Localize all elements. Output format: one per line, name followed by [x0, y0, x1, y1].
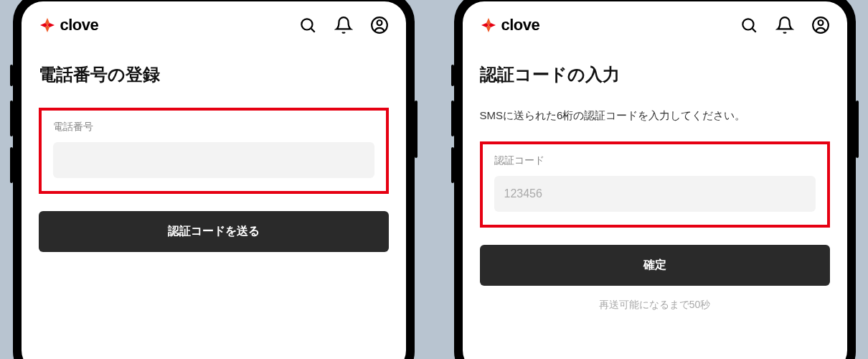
screen-1: clove 電話番号の登録 電話番号 [22, 1, 406, 359]
logo[interactable]: clove [480, 16, 540, 34]
search-icon[interactable] [740, 16, 758, 34]
code-input[interactable] [494, 176, 816, 212]
page-title: 電話番号の登録 [39, 63, 389, 86]
phone-input-group: 電話番号 [39, 108, 389, 194]
clove-logo-icon [39, 17, 56, 34]
profile-icon[interactable] [811, 16, 830, 34]
header-actions [740, 16, 830, 34]
resend-countdown: 再送可能になるまで50秒 [480, 299, 830, 312]
svg-point-0 [301, 19, 312, 29]
send-code-button[interactable]: 認証コードを送る [39, 211, 389, 252]
page-title: 認証コードの入力 [480, 63, 830, 86]
profile-icon[interactable] [370, 16, 389, 34]
svg-point-3 [377, 20, 382, 25]
phone-input-label: 電話番号 [53, 121, 374, 134]
bell-icon[interactable] [334, 16, 353, 34]
header-actions [298, 16, 389, 34]
app-header: clove [39, 16, 389, 34]
svg-point-4 [742, 19, 753, 29]
svg-line-5 [752, 29, 755, 32]
page-subtitle: SMSに送られた6桁の認証コードを入力してください。 [480, 108, 830, 124]
app-header: clove [480, 16, 830, 34]
clove-logo-icon [480, 17, 497, 34]
phone-body: clove 電話番号の登録 電話番号 [13, 0, 415, 359]
svg-line-1 [311, 29, 314, 32]
confirm-button[interactable]: 確定 [480, 245, 830, 286]
svg-point-7 [818, 20, 823, 25]
logo-text: clove [60, 16, 99, 34]
search-icon[interactable] [298, 16, 317, 34]
logo-text: clove [501, 16, 540, 34]
bell-icon[interactable] [775, 16, 794, 34]
logo[interactable]: clove [39, 16, 99, 34]
screen-2: clove 認証コードの入力 SMSに送られた6桁の認証コードを入力してください… [463, 1, 847, 359]
code-input-label: 認証コード [494, 154, 816, 167]
code-input-group: 認証コード [480, 141, 830, 228]
phone-body: clove 認証コードの入力 SMSに送られた6桁の認証コードを入力してください… [454, 0, 856, 359]
phone-frame-1: clove 電話番号の登録 電話番号 [0, 0, 427, 359]
phone-input[interactable] [53, 142, 374, 178]
phone-frame-2: clove 認証コードの入力 SMSに送られた6桁の認証コードを入力してください… [441, 0, 868, 359]
